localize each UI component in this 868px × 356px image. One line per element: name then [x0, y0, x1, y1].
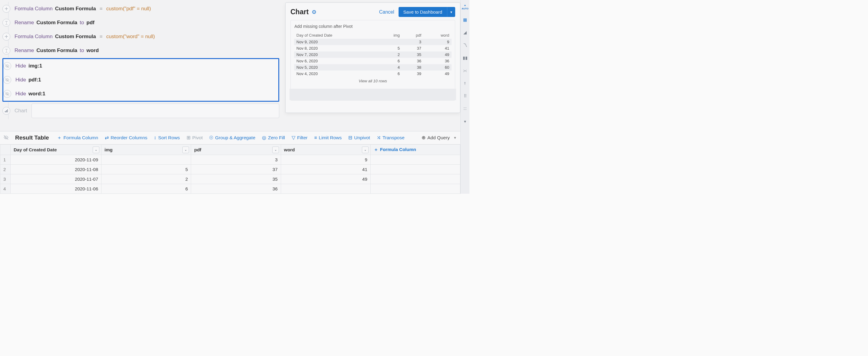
limit-rows-button[interactable]: ≡Limit Rows — [314, 135, 342, 140]
chart-type-sidebar: ✦AUTO ▦ ◢ 〽 ▮▮ ⩙ ⫯ ⠿ ∷ ▾ — [460, 0, 469, 194]
chevron-down-icon[interactable]: ⌄ — [182, 147, 189, 153]
step-rename-2[interactable]: Rename Custom Formula to word — [2, 43, 279, 58]
rename-prefix: Rename — [14, 47, 34, 54]
table-row[interactable]: 42020-11-06636 — [0, 184, 460, 194]
plus-icon — [2, 5, 10, 13]
rename-to: pdf — [87, 20, 94, 26]
hide-icon — [3, 76, 11, 84]
result-grid: Day of Created Date⌄ img⌄ pdf⌄ word⌄ ＋Fo… — [0, 144, 460, 194]
table-row[interactable]: 22020-11-0853741 — [0, 165, 460, 174]
chevron-down-icon[interactable]: ⌄ — [272, 147, 279, 153]
step-hide-word[interactable]: Hide word:1 — [3, 87, 278, 101]
table-chart-icon[interactable]: ▦ — [461, 15, 470, 24]
rename-from: Custom Formula — [36, 20, 77, 26]
col-header-date[interactable]: Day of Created Date⌄ — [10, 145, 101, 155]
unpivot-button[interactable]: ⊟Unpivot — [348, 135, 370, 140]
hide-icon — [3, 62, 11, 70]
chart-panel-title: Chart — [290, 8, 309, 16]
rename-prefix: Rename — [14, 20, 34, 26]
hide-icon — [3, 90, 11, 98]
step-expression: custom("word" = null) — [106, 34, 155, 40]
sparkline-chart-icon[interactable]: ⩙ — [461, 66, 470, 75]
cancel-button[interactable]: Cancel — [379, 9, 394, 15]
rename-to-word: to — [80, 47, 84, 54]
chevron-down-icon: ▼ — [454, 136, 457, 139]
filter-button[interactable]: ▽Filter — [292, 135, 307, 140]
rename-to: word — [87, 47, 99, 54]
formula-column-button[interactable]: ＋Formula Column — [57, 135, 98, 141]
result-section: Result Table ＋Formula Column ⇄Reorder Co… — [0, 131, 460, 194]
rename-from: Custom Formula — [36, 47, 77, 54]
save-to-dashboard-button[interactable]: Save to Dashboard — [399, 7, 447, 17]
more-chart-icon[interactable]: ▾ — [461, 117, 470, 126]
transpose-button[interactable]: ⤭Transpose — [377, 135, 405, 140]
col-header-img[interactable]: img⌄ — [101, 145, 191, 155]
hide-col: word:1 — [28, 91, 45, 97]
auto-chart-icon[interactable]: ✦AUTO — [461, 2, 470, 11]
chevron-down-icon[interactable]: ⌄ — [362, 147, 369, 153]
step-formula-1[interactable]: Formula Column Custom Formula = custom("… — [2, 2, 279, 16]
step-rename-1[interactable]: Rename Custom Formula to pdf — [2, 16, 279, 30]
rownum-header — [0, 145, 10, 155]
chart-input[interactable] — [31, 103, 279, 118]
steps-panel: Formula Column Custom Formula = custom("… — [0, 0, 282, 122]
mini-th-word: word — [424, 32, 452, 39]
step-hide-img[interactable]: Hide img:1 — [3, 59, 278, 73]
hide-prefix: Hide — [16, 91, 26, 97]
step-hide-pdf[interactable]: Hide pdf:1 — [3, 73, 278, 87]
step-label: Formula Column — [14, 34, 53, 40]
rename-icon — [2, 19, 10, 27]
pivot-button[interactable]: ⊞Pivot — [187, 135, 203, 140]
bubble-chart-icon[interactable]: ∷ — [461, 104, 470, 113]
mini-th-img: img — [379, 32, 402, 39]
highlighted-steps: Hide img:1 Hide pdf:1 Hide word:1 — [2, 58, 279, 102]
bar-chart-icon — [2, 107, 10, 115]
step-col-name: Custom Formula — [55, 34, 96, 40]
combo-chart-icon[interactable]: ⫯ — [461, 79, 470, 88]
col-header-pdf[interactable]: pdf⌄ — [191, 145, 281, 155]
visibility-icon[interactable] — [4, 135, 8, 141]
step-expression: custom("pdf" = null) — [106, 6, 151, 12]
col-header-word[interactable]: word⌄ — [281, 145, 370, 155]
save-dropdown-button[interactable]: ▾ — [447, 7, 455, 17]
hide-col: img:1 — [28, 63, 42, 69]
chart-message: Add missing column after Pivot — [291, 23, 455, 32]
hide-prefix: Hide — [16, 63, 26, 69]
line-chart-icon[interactable]: 〽 — [461, 40, 470, 50]
table-row[interactable]: 12020-11-0939 — [0, 155, 460, 165]
gear-icon[interactable]: ⚙ — [312, 9, 316, 15]
step-label: Formula Column — [14, 6, 53, 12]
group-aggregate-button[interactable]: ⦾Group & Aggregate — [209, 135, 255, 140]
step-chart[interactable]: Chart — [2, 102, 279, 119]
chart-step-label: Chart — [14, 108, 27, 114]
area-chart-icon[interactable]: ◢ — [461, 28, 470, 37]
rename-to-word: to — [80, 20, 84, 26]
mini-th-date: Day of Created Date — [294, 32, 379, 39]
result-toolbar: Result Table ＋Formula Column ⇄Reorder Co… — [0, 131, 460, 144]
sort-rows-button[interactable]: ↕Sort Rows — [154, 135, 180, 140]
step-col-name: Custom Formula — [55, 6, 96, 12]
step-formula-2[interactable]: Formula Column Custom Formula = custom("… — [2, 30, 279, 43]
equals-sign: = — [100, 6, 103, 12]
reorder-columns-button[interactable]: ⇄Reorder Columns — [105, 135, 147, 140]
view-all-rows-link[interactable]: View all 10 rows — [291, 79, 455, 83]
col-header-formula[interactable]: ＋Formula Column — [370, 145, 460, 155]
chart-render-area — [289, 89, 456, 100]
table-row[interactable]: 32020-11-0723549 — [0, 174, 460, 184]
scatter-chart-icon[interactable]: ⠿ — [461, 91, 470, 100]
rename-icon — [2, 46, 10, 55]
bar-chart-icon[interactable]: ▮▮ — [461, 53, 470, 62]
plus-icon — [2, 33, 10, 40]
result-title: Result Table — [15, 134, 49, 141]
chevron-down-icon[interactable]: ⌄ — [93, 147, 99, 153]
mini-th-pdf: pdf — [402, 32, 424, 39]
equals-sign: = — [100, 34, 103, 40]
zero-fill-button[interactable]: ◎Zero Fill — [262, 135, 285, 140]
chart-preview-table: Day of Created Date img pdf word Nov 9, … — [294, 32, 452, 77]
hide-prefix: Hide — [16, 77, 26, 83]
chart-panel: Chart ⚙ Cancel Save to Dashboard ▾ Add m… — [285, 2, 460, 113]
hide-col: pdf:1 — [28, 77, 41, 83]
add-query-button[interactable]: ⊕Add Query▼ — [422, 135, 457, 140]
